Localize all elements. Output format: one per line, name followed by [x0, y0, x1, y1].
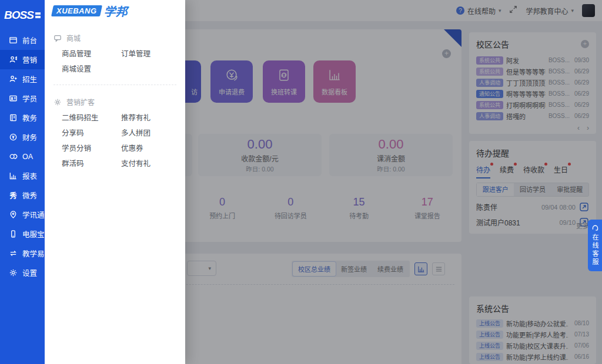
menu-item-referral-gift[interactable]: 推荐有礼 [121, 110, 185, 126]
menu-item-qrcode-enroll[interactable]: 二维码招生 [62, 110, 121, 126]
sidebar-item-jiaoxueyi[interactable]: 教学易 [0, 244, 45, 263]
coin-icon [9, 133, 18, 141]
divider [53, 85, 176, 85]
sidebar-item-weixiu[interactable]: 秀 微秀 [0, 186, 45, 205]
sidebar-item-marketing[interactable]: 营销 [0, 50, 45, 69]
sidebar-item-settings[interactable]: 设置 [0, 263, 45, 282]
menu-item-group-live-code[interactable]: 群活码 [62, 156, 121, 171]
book-icon [9, 113, 18, 122]
sidebar-item-oa[interactable]: OA [0, 147, 45, 166]
gear-icon [9, 268, 18, 277]
phone-icon [9, 230, 18, 238]
xuebang-logo-zh: 学邦 [104, 2, 128, 19]
sidebar-item-xuexuntong[interactable]: 学讯通 [0, 205, 45, 224]
weixiu-icon: 秀 [9, 191, 18, 200]
swap-icon [9, 249, 18, 258]
oa-icon [9, 152, 18, 161]
primary-sidebar: BOSS 前台 营销 招生 学员 教务 财务 OA 报表 秀 微秀 学讯通 [0, 0, 45, 364]
marketing-menu-items: 二维码招生 推荐有礼 分享码 多人拼团 学员分销 优惠券 群活码 支付有礼 [62, 110, 185, 171]
menu-item-group-buy[interactable]: 多人拼团 [121, 126, 185, 141]
sidebar-item-students[interactable]: 学员 [0, 89, 45, 108]
online-customer-service-tab[interactable]: 在线客服 [588, 220, 602, 271]
group-header-marketing: 营销扩客 [53, 97, 185, 107]
headset-icon [591, 224, 599, 231]
front-desk-icon [9, 36, 18, 45]
sidebar-item-front-desk[interactable]: 前台 [0, 31, 45, 50]
marketing-flyout-menu: XUEBANG 学邦 商城 商品管理 订单管理 商城设置 营销扩客 二维码招生 … [45, 0, 185, 364]
sidebar-item-reports[interactable]: 报表 [0, 166, 45, 186]
chat-bubble-icon [53, 34, 62, 42]
sidebar-item-academic[interactable]: 教务 [0, 108, 45, 127]
gear-icon [53, 98, 62, 106]
menu-item-pay-gift[interactable]: 支付有礼 [121, 156, 185, 171]
menu-item-student-distribution[interactable]: 学员分销 [62, 141, 121, 156]
sidebar-item-dianfubao[interactable]: 电服宝 [0, 224, 45, 244]
student-card-icon [9, 94, 18, 103]
menu-item-order-mgmt[interactable]: 订单管理 [121, 46, 185, 62]
xuebang-logo-flag: XUEBANG [51, 5, 102, 16]
sidebar-item-recruiting[interactable]: 招生 [0, 69, 45, 89]
menu-item-coupon[interactable]: 优惠券 [121, 141, 185, 156]
menu-item-mall-settings[interactable]: 商城设置 [62, 62, 121, 77]
sidebar-item-finance[interactable]: 财务 [0, 127, 45, 147]
cs-tab-label: 在线客服 [590, 234, 600, 267]
menu-item-share-code[interactable]: 分享码 [62, 126, 121, 141]
group-header-mall: 商城 [53, 33, 185, 43]
boss-logo: BOSS [0, 0, 45, 31]
location-pin-icon [9, 210, 18, 219]
marketing-icon [9, 55, 18, 64]
boss-logo-suffix [35, 12, 41, 18]
menu-item-product-mgmt[interactable]: 商品管理 [62, 46, 121, 62]
recruit-icon [9, 75, 18, 83]
brand-logo: XUEBANG 学邦 [45, 0, 185, 21]
mall-menu-items: 商品管理 订单管理 商城设置 [62, 46, 185, 77]
report-chart-icon [9, 171, 18, 180]
